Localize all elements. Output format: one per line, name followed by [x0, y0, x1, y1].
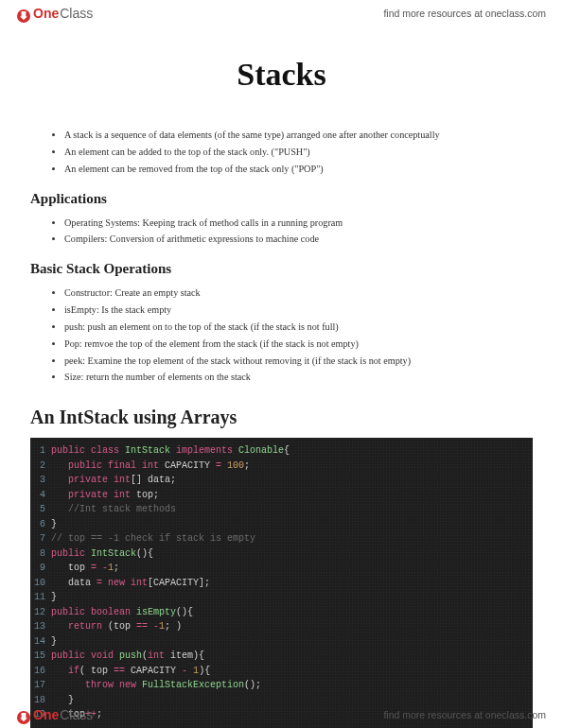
line-number: 5: [30, 502, 51, 517]
line-number: 15: [30, 649, 51, 664]
header-bar: One Class find more resources at oneclas…: [0, 0, 563, 26]
code-line: 7// top == -1 check if stack is empty: [30, 531, 533, 546]
code-line: 3 private int[] data;: [30, 473, 533, 488]
code-text: }: [51, 517, 57, 532]
footer-bar: One Class find more resources at oneclas…: [0, 702, 563, 728]
code-text: return (top == -1; ): [51, 619, 182, 634]
code-line: 1public class IntStack implements Clonab…: [30, 443, 533, 459]
code-text: private int top;: [51, 488, 159, 503]
line-number: 7: [30, 531, 51, 546]
code-text: if( top == CAPACITY - 1){: [51, 664, 210, 679]
list-item: An element can be removed from the top o…: [64, 161, 533, 178]
code-text: public IntStack(){: [51, 546, 153, 562]
line-number: 17: [30, 678, 51, 693]
page-title: Stacks: [30, 57, 533, 93]
code-line: 4 private int top;: [30, 488, 533, 503]
code-line: 14}: [30, 634, 533, 650]
logo-icon: [17, 9, 30, 23]
code-text: data = new int[CAPACITY];: [51, 576, 210, 591]
code-text: private int[] data;: [51, 473, 176, 488]
code-text: // top == -1 check if stack is empty: [51, 531, 255, 546]
logo-text-one: One: [33, 6, 59, 21]
line-number: 10: [30, 576, 51, 591]
list-item: isEmpty: Is the stack empty: [64, 302, 533, 319]
code-line: 2 public final int CAPACITY = 100;: [30, 459, 533, 474]
code-line: 16 if( top == CAPACITY - 1){: [30, 664, 533, 679]
code-line: 12public boolean isEmpty(){: [30, 605, 533, 620]
code-text: }: [51, 634, 57, 650]
applications-list: Operating Systems: Keeping track of meth…: [30, 215, 533, 249]
brand-logo: One Class: [17, 6, 93, 21]
line-number: 2: [30, 459, 51, 474]
code-text: public void push(int item){: [51, 649, 204, 664]
document-content: Stacks A stack is a sequence of data ele…: [0, 26, 563, 728]
list-item: Constructor: Create an empty stack: [64, 285, 533, 302]
code-line: 17 throw new FullStackException();: [30, 678, 533, 693]
line-number: 13: [30, 619, 51, 634]
logo-text-class: Class: [60, 707, 93, 722]
line-number: 8: [30, 546, 51, 562]
logo-text-class: Class: [60, 6, 93, 21]
code-line: 6}: [30, 517, 533, 532]
intro-list: A stack is a sequence of data elements (…: [30, 127, 533, 178]
basic-ops-heading: Basic Stack Operations: [30, 261, 533, 277]
list-item: An element can be added to the top of th…: [64, 144, 533, 161]
brand-logo-footer: One Class: [17, 707, 93, 722]
code-text: throw new FullStackException();: [51, 678, 261, 693]
code-text: public class IntStack implements Clonabl…: [51, 443, 290, 459]
code-line: 13 return (top == -1; ): [30, 619, 533, 634]
code-block: 1public class IntStack implements Clonab…: [30, 438, 533, 728]
code-text: public boolean isEmpty(){: [51, 605, 193, 620]
line-number: 4: [30, 488, 51, 503]
list-item: Pop: remvoe the top of the element from …: [64, 336, 533, 353]
code-text: //Int stack methods: [51, 502, 176, 517]
line-number: 11: [30, 590, 51, 605]
code-line: 5 //Int stack methods: [30, 502, 533, 517]
code-text: }: [51, 590, 57, 605]
line-number: 12: [30, 605, 51, 620]
line-number: 6: [30, 517, 51, 532]
resources-link-bottom[interactable]: find more resources at oneclass.com: [383, 709, 546, 720]
logo-icon: [17, 711, 30, 724]
line-number: 14: [30, 634, 51, 650]
code-text: public final int CAPACITY = 100;: [51, 459, 250, 474]
code-line: 11}: [30, 590, 533, 605]
line-number: 16: [30, 664, 51, 679]
intstack-heading: An IntStack using Arrays: [30, 407, 533, 428]
code-line: 15public void push(int item){: [30, 649, 533, 664]
basic-ops-list: Constructor: Create an empty stackisEmpt…: [30, 285, 533, 386]
list-item: Compilers: Conversion of arithmetic expr…: [64, 231, 533, 248]
code-text: top = -1;: [51, 561, 119, 576]
line-number: 9: [30, 561, 51, 576]
applications-heading: Applications: [30, 191, 533, 207]
code-line: 9 top = -1;: [30, 561, 533, 576]
code-line: 10 data = new int[CAPACITY];: [30, 576, 533, 591]
logo-text-one: One: [33, 707, 59, 722]
list-item: Size: return the number of elements on t…: [64, 369, 533, 386]
code-line: 8public IntStack(){: [30, 546, 533, 562]
line-number: 3: [30, 473, 51, 488]
resources-link-top[interactable]: find more resources at oneclass.com: [383, 8, 546, 19]
list-item: Operating Systems: Keeping track of meth…: [64, 215, 533, 232]
line-number: 1: [30, 443, 51, 459]
list-item: peek: Examine the top element of the sta…: [64, 353, 533, 370]
list-item: A stack is a sequence of data elements (…: [64, 127, 533, 144]
list-item: push: push an element on to the top of t…: [64, 319, 533, 336]
